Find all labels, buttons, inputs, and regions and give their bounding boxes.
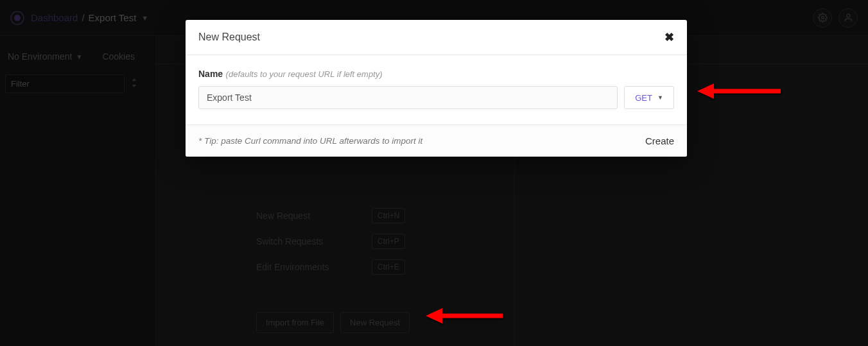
request-name-input[interactable] <box>198 86 618 109</box>
create-button[interactable]: Create <box>645 135 674 146</box>
annotation-arrow-to-new-request <box>426 306 503 325</box>
modal-body: Name (defaults to your request URL if le… <box>186 55 687 125</box>
name-field-hint: (defaults to your request URL if left em… <box>226 69 383 79</box>
new-request-modal: New Request ✖ Name (defaults to your req… <box>186 20 687 157</box>
close-icon: ✖ <box>664 31 674 44</box>
http-method-dropdown[interactable]: GET ▼ <box>624 86 674 109</box>
modal-tip-text: * Tip: paste Curl command into URL after… <box>198 136 422 146</box>
modal-footer: * Tip: paste Curl command into URL after… <box>186 125 687 157</box>
modal-header: New Request ✖ <box>186 20 687 55</box>
chevron-down-icon: ▼ <box>657 94 663 101</box>
close-button[interactable]: ✖ <box>664 30 674 44</box>
name-field-label: Name <box>198 69 223 79</box>
http-method-value: GET <box>635 93 652 103</box>
modal-title: New Request <box>198 31 260 43</box>
app-root: Dashboard / Export Test ▼ No Environment… <box>0 0 868 346</box>
annotation-arrow-to-method <box>697 82 781 101</box>
